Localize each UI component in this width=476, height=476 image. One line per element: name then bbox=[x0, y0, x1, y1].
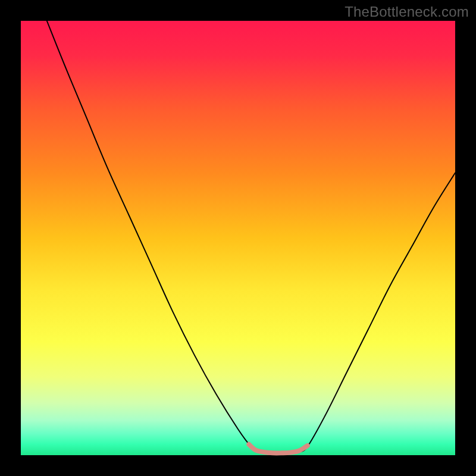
watermark-text: TheBottleneck.com bbox=[345, 4, 469, 20]
bottleneck-chart bbox=[0, 0, 476, 476]
chart-frame: TheBottleneck.com bbox=[0, 0, 476, 476]
heatmap-background bbox=[21, 21, 455, 455]
